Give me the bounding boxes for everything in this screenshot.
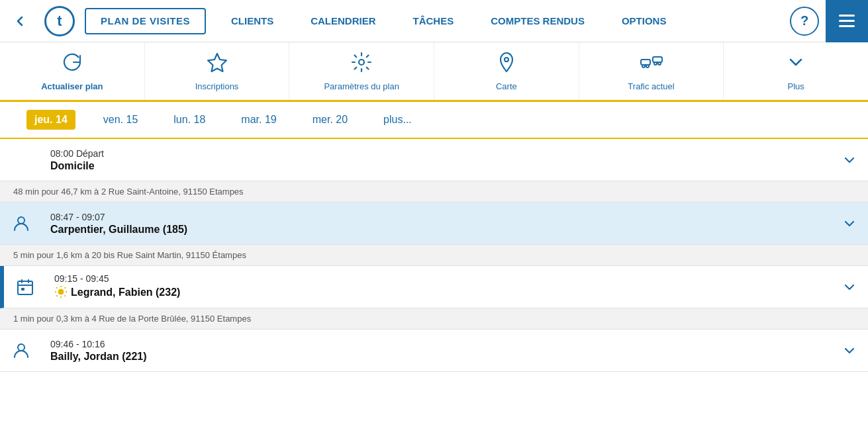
date-jeu14[interactable]: jeu. 14 [26,110,75,130]
parametres-icon [351,52,372,77]
visit-name-carpentier: Carpentier, Guillaume (185) [50,224,823,236]
nav-taches[interactable]: TÂCHES [395,0,473,42]
plus-icon [785,52,806,77]
svg-point-5 [646,65,649,67]
subnav-parametres[interactable]: Paramètres du plan [289,42,434,100]
svg-rect-14 [21,288,24,290]
visit-icon-legrand [4,266,46,308]
svg-point-1 [359,60,364,65]
visit-row-legrand: 09:15 - 09:45 Legrand, Fabien (232) [0,266,868,308]
date-lun18[interactable]: lun. 18 [166,110,213,130]
svg-point-9 [18,217,24,224]
svg-point-2 [505,58,508,62]
visit-chevron-legrand[interactable] [831,266,868,308]
date-bar: jeu. 14ven. 15lun. 18mar. 19mer. 20plus.… [0,102,868,139]
svg-line-22 [56,295,57,296]
menu-line-1 [839,15,855,17]
menu-line-2 [839,20,855,22]
nav-calendrier[interactable]: CALENDRIER [292,0,394,42]
svg-point-8 [658,62,661,65]
svg-line-21 [64,295,65,296]
visit-name-bailly: Bailly, Jordan (221) [50,351,823,363]
subnav-actualiser[interactable]: Actualiser plan [0,42,145,100]
visit-chevron-depart[interactable] [831,139,868,181]
subnav-plus[interactable]: Plus [724,42,868,100]
travel-row-depart: 48 min pour 46,7 km à 2 Rue Saint-Antoin… [0,181,868,202]
visit-content-carpentier: 08:47 - 09:07 Carpentier, Guillaume (185… [42,202,831,244]
svg-line-20 [56,287,57,288]
sub-nav: Actualiser plan Inscriptions Paramètres … [0,42,868,102]
visit-chevron-bailly[interactable] [831,330,868,371]
visit-content-depart: 08:00 Départ Domicile [42,139,831,181]
visit-name-legrand: Legrand, Fabien (232) [54,285,823,301]
subnav-plus-label: Plus [788,81,804,91]
subnav-trafic-label: Trafic actuel [628,81,674,91]
visit-name-depart: Domicile [50,160,823,172]
menu-line-3 [839,25,855,27]
carte-icon [496,52,517,77]
travel-row-carpentier: 5 min pour 1,6 km à 20 bis Rue Saint Mar… [0,245,868,266]
visit-chevron-carpentier[interactable] [831,202,868,244]
subnav-inscriptions[interactable]: Inscriptions [145,42,290,100]
visit-row-bailly: 09:46 - 10:16 Bailly, Jordan (221) [0,330,868,372]
date-plus[interactable]: plus... [375,110,420,130]
visit-row-depart: 08:00 Départ Domicile [0,139,868,181]
subnav-carte-label: Carte [496,81,517,91]
svg-point-7 [654,62,657,65]
hamburger-menu-button[interactable] [826,0,868,42]
visit-content-bailly: 09:46 - 10:16 Bailly, Jordan (221) [42,330,831,371]
travel-row-legrand: 1 min pour 0,3 km à 4 Rue de la Porte Br… [0,308,868,330]
visit-list: 08:00 Départ Domicile 48 min pour 46,7 k… [0,139,868,372]
visit-time-depart: 08:00 Départ [50,148,823,159]
svg-point-24 [18,344,24,351]
visit-time-bailly: 09:46 - 10:16 [50,339,823,349]
nav-clients[interactable]: CLIENTS [213,0,292,42]
plan-de-visites-button[interactable]: PLAN DE VISITES [85,8,206,34]
subnav-actualiser-label: Actualiser plan [41,81,103,91]
sun-icon [54,289,68,300]
svg-point-4 [642,65,645,67]
subnav-trafic[interactable]: Trafic actuel [579,42,724,100]
actualiser-icon [62,52,83,77]
visit-icon-bailly [0,330,42,371]
svg-rect-3 [641,60,650,65]
nav-right: ? [790,0,868,42]
svg-marker-0 [208,54,226,71]
logo-circle: t [44,6,75,36]
inscriptions-icon [207,52,228,77]
date-ven15[interactable]: ven. 15 [95,110,146,130]
nav-links: CLIENTS CALENDRIER TÂCHES COMPTES RENDUS… [213,0,790,42]
visit-time-legrand: 09:15 - 09:45 [54,273,823,284]
svg-rect-6 [653,57,662,62]
visit-icon-depart [0,139,42,181]
back-button[interactable] [0,0,40,42]
visit-time-carpentier: 08:47 - 09:07 [50,212,823,222]
visit-icon-carpentier [0,202,42,244]
visit-row-carpentier: 08:47 - 09:07 Carpentier, Guillaume (185… [0,202,868,245]
subnav-carte[interactable]: Carte [434,42,579,100]
svg-point-15 [58,289,64,294]
help-button[interactable]: ? [790,7,819,36]
date-mar19[interactable]: mar. 19 [233,110,284,130]
svg-line-23 [64,287,65,288]
date-mer20[interactable]: mer. 20 [305,110,356,130]
nav-comptes-rendus[interactable]: COMPTES RENDUS [472,0,603,42]
logo: t [40,0,79,42]
trafic-icon [640,52,663,77]
svg-rect-10 [18,281,32,294]
subnav-parametres-label: Paramètres du plan [324,81,399,91]
nav-options[interactable]: OPTIONS [603,0,685,42]
top-nav: t PLAN DE VISITES CLIENTS CALENDRIER TÂC… [0,0,868,42]
visit-content-legrand: 09:15 - 09:45 Legrand, Fabien (232) [46,266,831,308]
subnav-inscriptions-label: Inscriptions [195,81,239,91]
